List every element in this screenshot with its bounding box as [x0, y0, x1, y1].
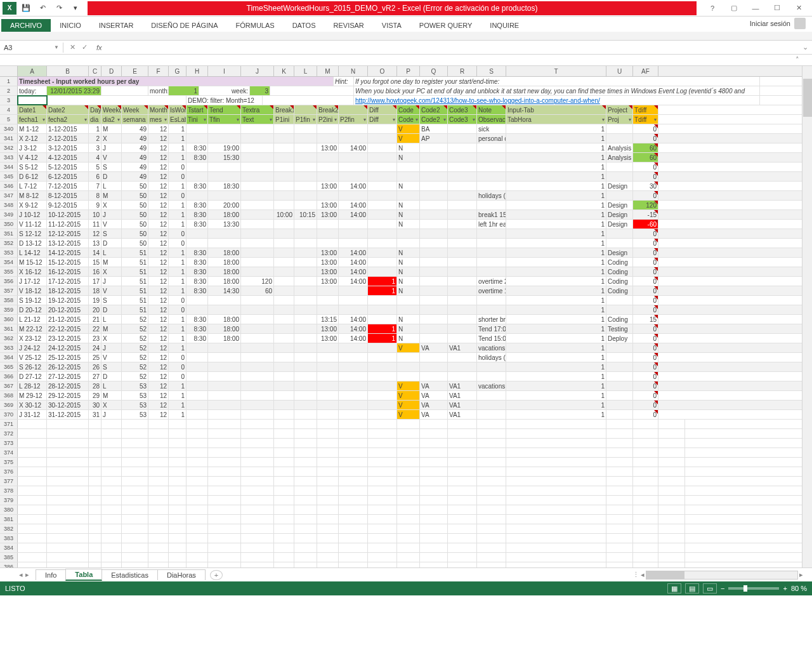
data-cell[interactable]: 1	[506, 124, 606, 133]
close-icon[interactable]: ✕	[790, 2, 807, 15]
empty-cell[interactable]	[169, 467, 187, 476]
empty-cell[interactable]	[368, 496, 397, 505]
data-cell[interactable]: 8-12-2015	[47, 191, 89, 200]
empty-cell[interactable]	[606, 496, 633, 505]
table-header[interactable]: Month	[148, 105, 169, 114]
empty-cell[interactable]	[633, 505, 658, 514]
empty-cell[interactable]	[187, 429, 208, 438]
empty-cell[interactable]	[448, 543, 477, 552]
empty-cell[interactable]	[477, 458, 506, 467]
filter-header[interactable]: dia	[89, 115, 102, 124]
empty-cell[interactable]	[606, 458, 633, 467]
data-cell[interactable]: holidays (Xmas)	[477, 353, 506, 362]
empty-cell[interactable]	[187, 448, 208, 457]
data-cell[interactable]: 1	[169, 220, 187, 229]
data-cell[interactable]	[368, 191, 397, 200]
empty-cell[interactable]	[420, 467, 448, 476]
empty-cell[interactable]	[448, 534, 477, 543]
data-cell[interactable]: 1	[169, 258, 187, 267]
data-cell[interactable]	[317, 124, 339, 133]
table-header[interactable]	[294, 105, 317, 114]
data-cell[interactable]	[317, 191, 339, 200]
data-cell[interactable]	[274, 286, 294, 295]
grid-body[interactable]: 1Timesheet - Input worked hours per dayH…	[0, 77, 812, 567]
data-cell[interactable]: 50	[122, 191, 148, 200]
data-cell[interactable]	[187, 162, 208, 171]
empty-cell[interactable]	[420, 524, 448, 533]
data-cell[interactable]: 14:00	[339, 143, 368, 152]
empty-cell[interactable]	[317, 467, 339, 476]
data-cell[interactable]	[208, 172, 241, 181]
data-cell[interactable]: left 1hr early for apoint.doctor	[477, 220, 506, 229]
empty-cell[interactable]	[122, 515, 148, 524]
data-cell[interactable]: 12	[148, 239, 169, 248]
empty-cell[interactable]	[47, 553, 89, 562]
row-header[interactable]: 351	[0, 229, 18, 238]
empty-cell[interactable]	[506, 448, 606, 457]
empty-cell[interactable]	[18, 553, 47, 562]
data-cell[interactable]: S 5-12	[18, 162, 47, 171]
empty-cell[interactable]	[477, 439, 506, 448]
data-cell[interactable]: D	[102, 172, 122, 181]
filter-header[interactable]: fecha1	[18, 115, 47, 124]
data-cell[interactable]	[187, 401, 208, 409]
data-cell[interactable]	[368, 182, 397, 190]
data-cell[interactable]	[241, 239, 274, 248]
empty-cell[interactable]	[658, 534, 685, 543]
data-cell[interactable]: 53	[122, 381, 148, 390]
data-cell[interactable]: 15-12-2015	[47, 258, 89, 267]
empty-cell[interactable]	[317, 458, 339, 467]
cell[interactable]	[102, 86, 148, 95]
data-cell[interactable]	[448, 267, 477, 276]
data-cell[interactable]	[274, 410, 294, 419]
col-header-E[interactable]: E	[122, 66, 148, 76]
empty-cell[interactable]	[658, 429, 685, 438]
empty-cell[interactable]	[477, 524, 506, 533]
data-cell[interactable]: Design	[606, 210, 633, 219]
data-cell[interactable]: N	[397, 143, 420, 152]
empty-cell[interactable]	[208, 458, 241, 467]
data-cell[interactable]	[397, 305, 420, 314]
col-header-R[interactable]: R	[448, 66, 477, 76]
row-header[interactable]: 385	[0, 553, 18, 562]
empty-cell[interactable]	[317, 553, 339, 562]
empty-cell[interactable]	[633, 439, 658, 448]
data-cell[interactable]: 14:00	[339, 182, 368, 190]
empty-cell[interactable]	[18, 524, 47, 533]
data-cell[interactable]	[294, 258, 317, 267]
empty-cell[interactable]	[102, 448, 122, 457]
empty-cell[interactable]	[294, 420, 317, 428]
data-cell[interactable]	[241, 353, 274, 362]
data-cell[interactable]: 8:30	[187, 277, 208, 286]
empty-cell[interactable]	[339, 505, 368, 514]
empty-cell[interactable]	[477, 505, 506, 514]
data-cell[interactable]: 12	[148, 153, 169, 162]
row-header[interactable]: 384	[0, 543, 18, 552]
data-cell[interactable]	[317, 220, 339, 229]
empty-cell[interactable]	[89, 420, 102, 428]
empty-cell[interactable]	[102, 486, 122, 495]
empty-cell[interactable]	[102, 496, 122, 505]
empty-cell[interactable]	[317, 496, 339, 505]
data-cell[interactable]	[241, 296, 274, 305]
data-cell[interactable]	[448, 191, 477, 200]
data-cell[interactable]	[477, 248, 506, 257]
table-header[interactable]: Tstart	[187, 105, 208, 114]
col-header-Q[interactable]: Q	[420, 66, 448, 76]
data-cell[interactable]: 50	[122, 220, 148, 229]
data-cell[interactable]	[420, 353, 448, 362]
row-header[interactable]: 357	[0, 286, 18, 295]
empty-cell[interactable]	[368, 505, 397, 514]
data-cell[interactable]	[339, 296, 368, 305]
data-cell[interactable]: 29	[89, 391, 102, 400]
empty-cell[interactable]	[448, 562, 477, 567]
data-cell[interactable]: 1	[506, 220, 606, 229]
empty-cell[interactable]	[47, 448, 89, 457]
data-cell[interactable]: 5	[89, 162, 102, 171]
empty-cell[interactable]	[148, 439, 169, 448]
data-cell[interactable]	[420, 143, 448, 152]
data-cell[interactable]: 12	[148, 391, 169, 400]
data-cell[interactable]: 0	[633, 381, 658, 390]
data-cell[interactable]: 26-12-2015	[47, 362, 89, 371]
empty-cell[interactable]	[274, 477, 294, 486]
